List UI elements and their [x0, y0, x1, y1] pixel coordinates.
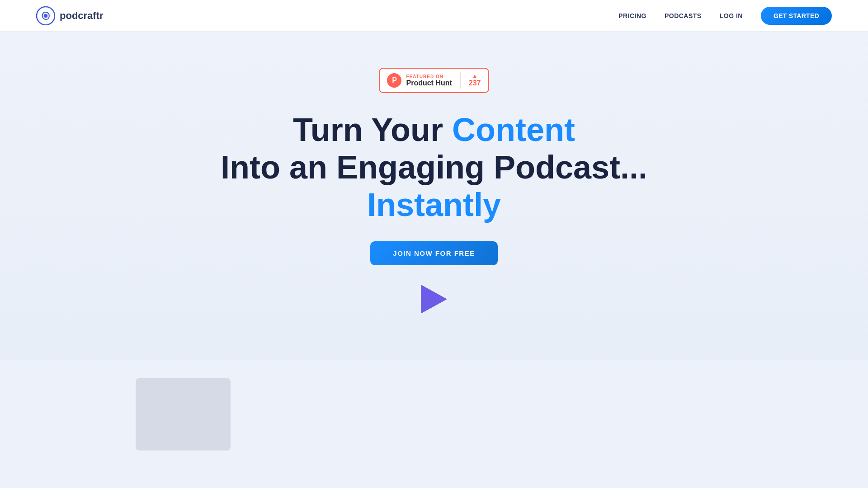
logo[interactable]: podcraftr [36, 6, 104, 25]
upvote-arrow-icon: ▲ [472, 73, 477, 79]
product-hunt-logo: P [387, 73, 401, 88]
product-hunt-featured-label: FEATURED ON [406, 74, 452, 79]
hero-headline: Turn Your Content Into an Engaging Podca… [221, 111, 647, 223]
logo-wordmark: podcraftr [60, 10, 104, 22]
play-button[interactable] [418, 283, 450, 315]
get-started-button[interactable]: GET STARTED [761, 7, 832, 25]
product-hunt-text: FEATURED ON Product Hunt [406, 74, 452, 87]
nav-links: PRICING PODCASTS LOG IN GET STARTED [618, 7, 832, 25]
play-button-container [418, 283, 450, 315]
vote-count: 237 [469, 79, 481, 87]
hero-title-line1-plain: Turn Your [293, 112, 452, 148]
svg-point-1 [44, 14, 47, 18]
placeholder-card [136, 378, 231, 450]
hero-title: Turn Your Content Into an Engaging Podca… [221, 111, 647, 223]
play-triangle-icon [421, 285, 447, 314]
product-hunt-divider [460, 72, 461, 89]
hero-title-line1-highlight: Content [452, 112, 575, 148]
nav-login[interactable]: LOG IN [720, 12, 743, 19]
lower-section [0, 360, 868, 488]
join-now-button[interactable]: JOIN NOW FOR FREE [370, 241, 497, 265]
navbar: podcraftr PRICING PODCASTS LOG IN GET ST… [0, 0, 868, 32]
hero-title-line3: Instantly [367, 187, 501, 223]
nav-podcasts[interactable]: PODCASTS [665, 12, 702, 19]
nav-pricing[interactable]: PRICING [618, 12, 646, 19]
product-hunt-votes: ▲ 237 [469, 73, 481, 87]
product-hunt-name: Product Hunt [406, 79, 452, 87]
logo-icon [36, 6, 55, 25]
hero-title-line2: Into an Engaging Podcast... [221, 149, 647, 185]
product-hunt-badge[interactable]: P FEATURED ON Product Hunt ▲ 237 [379, 68, 489, 93]
hero-section: P FEATURED ON Product Hunt ▲ 237 Turn Yo… [0, 32, 868, 360]
